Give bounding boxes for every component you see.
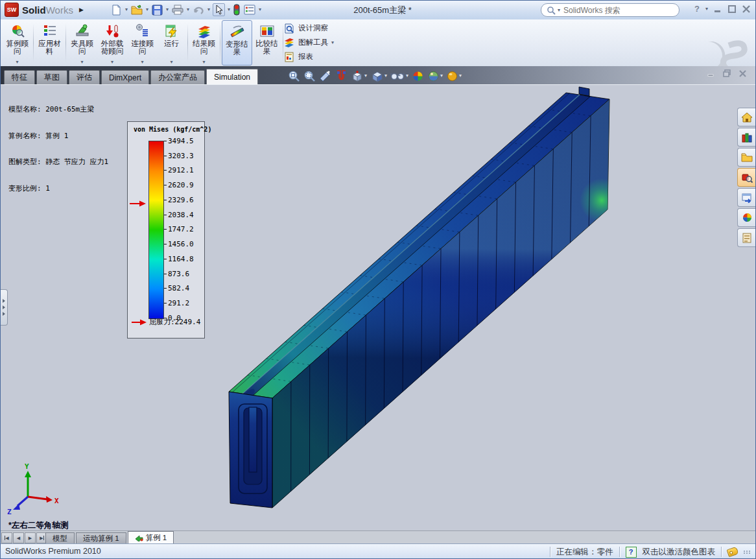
triad-z-label: Z (7, 508, 12, 516)
doc-restore-button[interactable] (723, 69, 731, 77)
print-dropdown-icon[interactable]: ▾ (187, 7, 189, 12)
maximize-button[interactable] (728, 5, 737, 13)
tab-evaluate[interactable]: 评估 (69, 70, 100, 84)
ribbon-report-button[interactable]: 报表 (284, 51, 334, 63)
ribbon-design-insight-button[interactable]: 设计洞察 (284, 22, 334, 34)
file-explorer-button[interactable] (737, 148, 756, 167)
resize-grip[interactable] (744, 551, 751, 554)
print-button[interactable] (171, 4, 184, 16)
new-document-button[interactable] (110, 4, 123, 16)
open-dropdown-icon[interactable]: ▾ (146, 7, 148, 12)
connections-advisor-icon (135, 22, 150, 40)
model-3d-beam[interactable]: Y X Z (0, 85, 756, 531)
ribbon-apply-material-button[interactable]: 应用材料 (35, 20, 64, 65)
select-tool-button[interactable] (213, 3, 225, 16)
tab-model[interactable]: 模型 (45, 532, 75, 543)
search-input[interactable] (562, 5, 674, 16)
legend-tick: 1456.0 (168, 240, 194, 248)
undo-dropdown-icon[interactable]: ▾ (207, 7, 210, 12)
legend-tick: 3203.3 (168, 152, 194, 160)
design-library-button[interactable] (737, 128, 756, 147)
doc-minimize-button[interactable] (707, 70, 715, 77)
zoom-to-fit-icon[interactable] (288, 70, 300, 82)
tab-study-1[interactable]: 算例 1 (128, 531, 174, 543)
ribbon-plot-tools-button[interactable]: 图解工具 ▾ (284, 36, 334, 49)
ribbon-run-button[interactable]: 运行 ▾ (157, 20, 186, 65)
tab-office-products[interactable]: 办公室产品 (150, 70, 205, 84)
ribbon-connections-advisor-button[interactable]: 连接顾问 ▾ (128, 20, 157, 65)
first-tab-button[interactable]: ◀ (1, 532, 12, 543)
stress-legend[interactable]: von Mises (kgf/cm^2) 3494.5 3203.3 2912.… (127, 121, 205, 339)
undo-button[interactable] (192, 5, 205, 16)
edit-appearance-icon[interactable] (412, 70, 424, 82)
tag-icon[interactable] (727, 547, 739, 557)
custom-properties-button[interactable] (737, 228, 756, 247)
tab-simulation[interactable]: Simulation (206, 69, 258, 84)
save-button[interactable] (151, 4, 163, 16)
search-results-button[interactable] (737, 168, 756, 187)
solidworks-resources-button[interactable] (737, 108, 756, 126)
doc-close-button[interactable] (739, 70, 747, 77)
next-tab-button[interactable]: ▶ (25, 532, 36, 543)
plot-tools-icon (284, 38, 295, 48)
view-settings-icon[interactable]: ▾ (446, 70, 462, 82)
close-button[interactable] (742, 5, 751, 13)
section-view-icon[interactable] (335, 70, 347, 82)
dropdown-icon: ▾ (16, 60, 18, 65)
view-orientation-icon[interactable]: ▾ (350, 70, 367, 82)
report-icon (284, 52, 295, 62)
legend-tick: 2620.9 (168, 181, 194, 189)
tab-features[interactable]: 特征 (4, 70, 35, 84)
solidworks-logo: SW SolidWorks ▶ (5, 3, 84, 17)
interference-check-icon[interactable] (233, 3, 241, 16)
ribbon-results-advisor-button[interactable]: 结果顾问 ▾ (189, 20, 219, 65)
new-dropdown-icon[interactable]: ▾ (125, 7, 128, 12)
appearance-sphere-icon (742, 212, 753, 223)
view-palette-button[interactable] (737, 188, 756, 207)
legend-title: von Mises (kgf/cm^2) (134, 126, 211, 133)
apply-scene-icon[interactable]: ▾ (427, 70, 443, 82)
design-checker-dropdown-icon[interactable]: ▾ (259, 7, 261, 12)
search-scope-dropdown-icon[interactable]: ▾ (558, 8, 560, 13)
ribbon-fixtures-advisor-button[interactable]: 夹具顾问 ▾ (67, 20, 97, 65)
command-tab-strip: 特征 草图 评估 DimXpert 办公室产品 Simulation ▾ ▾ ▾… (0, 66, 756, 84)
open-button[interactable] (130, 4, 143, 16)
yield-strength-row: 屈服力:2249.4 (131, 317, 200, 327)
solidworks-cube-icon: SW (5, 3, 19, 17)
command-manager-ribbon: 算例顾问 ▾ 应用材料 夹具顾问 ▾ 外部载荷顾问 ▾ (0, 19, 756, 67)
ribbon-study-advisor-button[interactable]: 算例顾问 ▾ (3, 20, 32, 65)
title-bar: SW SolidWorks ▶ ▾ ▾ ▾ ▾ ▾ ▾ ▾ 200t-65m主梁… (0, 0, 756, 20)
study-advisor-icon (10, 22, 25, 40)
graphics-area[interactable]: 模型名称: 200t-65m主梁 算例名称: 算例 1 图解类型: 静态 节应力… (0, 84, 756, 531)
menu-expand-icon[interactable]: ▶ (79, 6, 84, 13)
zoom-to-area-icon[interactable] (303, 70, 316, 82)
document-window-controls (707, 69, 747, 77)
minimize-button[interactable] (714, 5, 722, 13)
select-dropdown-icon[interactable]: ▾ (228, 7, 230, 12)
legend-tick: 291.2 (168, 299, 189, 307)
save-dropdown-icon[interactable]: ▾ (166, 7, 169, 12)
ribbon-compare-results-button[interactable]: 比较结果 (252, 20, 281, 65)
display-style-icon[interactable]: ▾ (370, 70, 387, 82)
tab-motion-study-1[interactable]: 运动算例 1 (76, 532, 126, 543)
feature-manager-flyout-handle[interactable] (0, 289, 8, 326)
view-palette-icon (741, 193, 753, 203)
window-controls: ? ▾ (694, 4, 751, 14)
tab-sketch[interactable]: 草图 (36, 70, 67, 84)
design-checker-button[interactable] (243, 4, 256, 16)
ribbon-separator (187, 23, 188, 62)
bottom-tab-bar: ◀ ◀ ▶ ▶ 模型 运动算例 1 算例 1 (0, 530, 756, 544)
tab-dimxpert[interactable]: DimXpert (101, 70, 149, 84)
status-help-icon[interactable]: ? (626, 547, 637, 558)
ribbon-deformed-result-button[interactable]: 变形结果 (222, 20, 252, 65)
appearances-scenes-button[interactable] (737, 208, 756, 227)
hide-show-items-icon[interactable]: ▾ (390, 71, 408, 82)
legend-tick: 873.6 (168, 270, 189, 278)
ribbon-external-loads-button[interactable]: 外部载荷顾问 ▾ (97, 20, 128, 65)
previous-tab-button[interactable]: ◀ (13, 532, 24, 543)
previous-view-icon[interactable] (319, 70, 331, 82)
help-dropdown-icon[interactable]: ▾ (705, 6, 708, 12)
help-button[interactable]: ? (694, 4, 700, 14)
legend-tick: 2038.4 (168, 211, 194, 219)
folder-icon (741, 152, 753, 162)
